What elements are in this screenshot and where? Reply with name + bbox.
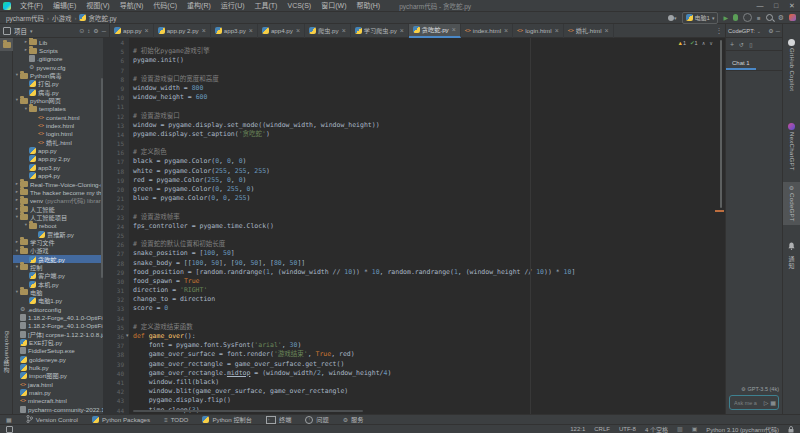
editor-tab[interactable]: <>index.html× (461, 24, 513, 38)
line-number[interactable]: 27 (103, 249, 129, 258)
close-tab-icon[interactable]: × (296, 27, 300, 34)
editor-tab[interactable]: <>login.html× (513, 24, 564, 38)
line-number[interactable]: 20 (103, 185, 129, 194)
toolwindow-button-nexchatgpt[interactable]: NexChatGPT (783, 120, 800, 174)
project-toolwindow-button[interactable] (0, 38, 13, 51)
tree-row[interactable]: ▾python网页 (13, 96, 103, 104)
chat-input[interactable] (732, 399, 762, 407)
menu-item[interactable]: 重构(R) (182, 0, 216, 12)
breadcrumb-item[interactable]: 小游戏 (52, 13, 72, 23)
line-number[interactable]: 25 (103, 231, 129, 240)
error-stripe-mark[interactable] (715, 210, 724, 212)
chevron-down-icon[interactable]: ▾ (30, 28, 33, 34)
hide-panel-button[interactable]: ─ (102, 28, 106, 34)
search-everywhere-button[interactable] (766, 14, 773, 21)
line-number[interactable]: 13 (103, 121, 129, 130)
line-number[interactable]: 9 (103, 84, 129, 93)
maximize-button[interactable]: □ (768, 0, 784, 12)
tree-row[interactable]: app.py (13, 146, 103, 154)
tree-row[interactable]: ▾templates (13, 105, 103, 113)
line-number[interactable]: 35 (103, 323, 129, 332)
toolwindow-button-todo[interactable]: ≡TODO (164, 416, 188, 423)
line-number[interactable]: 42 (103, 387, 129, 396)
tree-row[interactable]: <>java.html (13, 380, 103, 388)
tree-row[interactable]: goldeneye.py (13, 355, 103, 363)
line-number[interactable]: 4 (103, 38, 129, 47)
tree-row[interactable]: 本机.py (13, 280, 103, 288)
close-tab-icon[interactable]: × (452, 26, 456, 33)
codegpt-settings-button[interactable]: ⚙ (768, 28, 773, 34)
editor-tab[interactable]: 贪吃蛇.py× (409, 24, 461, 38)
panel-settings-button[interactable]: ⚙ (93, 28, 98, 34)
line-number[interactable]: 19 (103, 176, 129, 185)
tree-row[interactable]: .gitignore (13, 55, 103, 63)
template-icon[interactable]: ▦ (770, 400, 776, 406)
model-selector[interactable]: ⚙ GPT-3.5 (4k) (726, 385, 782, 393)
editor-tab[interactable]: app4.py× (258, 24, 305, 38)
line-number[interactable]: 10 (103, 93, 129, 102)
line-number[interactable]: 34 (103, 314, 129, 323)
line-number[interactable]: 37 (103, 341, 129, 350)
line-number[interactable]: 24 (103, 222, 129, 231)
line-number[interactable]: 5 (103, 47, 129, 56)
menu-item[interactable]: 视图(V) (81, 0, 114, 12)
close-button[interactable]: ✕ (784, 0, 800, 12)
toolwindow-button-python-控制台[interactable]: Python 控制台 (202, 415, 252, 424)
fold-marker[interactable]: ▾ (126, 333, 129, 338)
file-encoding[interactable]: UTF-8 (619, 426, 636, 432)
tree-row[interactable]: app4.py (13, 172, 103, 180)
line-number[interactable]: 12 (103, 112, 129, 121)
line-number[interactable]: 22 (103, 203, 129, 212)
editor-tab[interactable]: 学习爬虫.py× (351, 24, 409, 38)
tree-row[interactable]: app.py 2.py (13, 155, 103, 163)
locate-file-button[interactable]: ⊙ (79, 28, 84, 34)
python-interpreter[interactable]: Python 3.10 (pycharm代码) (706, 425, 779, 433)
screen-reader-icon[interactable]: ▣ (692, 426, 698, 432)
toolwindow-button-问题[interactable]: !问题 (305, 415, 328, 424)
line-number[interactable]: 32 (103, 295, 129, 304)
tree-row[interactable]: pycharm-community-2022.1 (13, 405, 103, 413)
code-area[interactable]: # 初始化pygame游戏引擎pygame.init()# 设置游戏窗口的宽度和… (133, 38, 725, 414)
plugin-icon[interactable] (789, 14, 796, 21)
line-number[interactable]: 11 (103, 102, 129, 111)
close-tab-icon[interactable]: × (555, 27, 559, 34)
line-number[interactable]: 41 (103, 378, 129, 387)
clear-button[interactable]: ▯ (749, 41, 752, 48)
close-tab-icon[interactable]: × (400, 27, 404, 34)
editor-tab[interactable]: app3.py× (211, 24, 258, 38)
menu-item[interactable]: 导航(N) (115, 0, 149, 12)
chevron-down-icon[interactable]: ⌄ (757, 28, 761, 34)
menu-item[interactable]: 文件(F) (15, 0, 48, 12)
breadcrumb-item[interactable]: pycharm代码 (6, 13, 44, 23)
bookmarks-toolwindow-button[interactable]: Bookmarks (0, 341, 13, 354)
debug-button[interactable] (733, 14, 738, 21)
toolwindow-button-codegpt[interactable]: ⚙CodeGPT (783, 182, 800, 225)
tree-row[interactable]: EXE打包.py (13, 338, 103, 346)
line-separator[interactable]: CRLF (594, 426, 610, 432)
editor-tab[interactable]: app.py× (110, 24, 154, 38)
toolwindow-button-version-control[interactable]: Version Control (26, 415, 78, 424)
line-number[interactable]: 43 (103, 396, 129, 405)
tree-row[interactable]: <>minecraft.html (13, 397, 103, 405)
line-number[interactable]: 15 (103, 139, 129, 148)
line-number[interactable]: 38 (103, 350, 129, 359)
editor-vertical-scrollbar[interactable] (720, 40, 722, 208)
coverage-button[interactable] (743, 13, 752, 22)
tree-row[interactable]: ▸Lib (13, 38, 103, 46)
menu-item[interactable]: 窗口(W) (316, 0, 351, 12)
line-number[interactable]: 17 (103, 157, 129, 166)
line-number[interactable]: 30 (103, 277, 129, 286)
close-tab-icon[interactable]: × (249, 27, 253, 34)
structure-toolwindow-button[interactable]: 结构 (0, 360, 13, 373)
tree-row[interactable]: <>婚礼.html (13, 138, 103, 146)
run-config-selector[interactable]: 电脑1 ▾ (682, 12, 719, 24)
line-number[interactable]: 14 (103, 130, 129, 139)
toolwindow-button-python-packages[interactable]: Python Packages (92, 416, 150, 423)
tree-row[interactable]: main.py (13, 388, 103, 396)
tree-row[interactable]: 贪吃蛇.py (13, 255, 103, 263)
menu-item[interactable]: VCS(S) (282, 0, 316, 12)
menu-item[interactable]: 帮助(H) (351, 0, 385, 12)
close-tab-icon[interactable]: × (145, 27, 149, 34)
line-number[interactable]: 40 (103, 369, 129, 378)
editor-horizontal-scrollbar[interactable] (133, 410, 363, 412)
